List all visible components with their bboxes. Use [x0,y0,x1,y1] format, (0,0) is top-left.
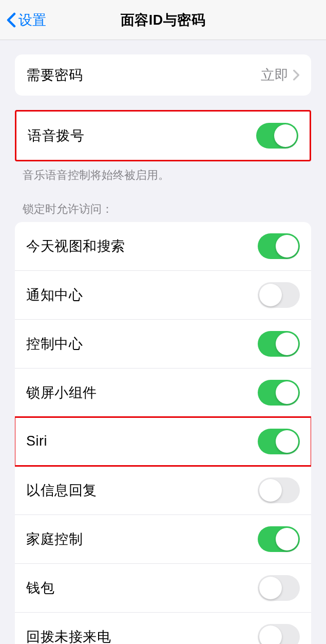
lock-access-header: 锁定时允许访问： [23,201,303,217]
lock-access-label: 锁屏小组件 [26,383,97,402]
lock-access-group: 今天视图和搜索通知中心控制中心锁屏小组件Siri以信息回复家庭控制钱包回拨未接来… [15,222,311,644]
lock-access-label: 今天视图和搜索 [26,237,125,255]
chevron-right-icon [293,69,300,81]
lock-access-row: 今天视图和搜索 [15,222,311,270]
lock-access-label: 以信息回复 [26,481,97,500]
require-passcode-group: 需要密码 立即 [15,54,311,96]
lock-access-label: 家庭控制 [26,530,83,548]
lock-access-label: 钱包 [26,579,54,597]
lock-access-toggle[interactable] [258,575,300,601]
lock-access-label: 控制中心 [26,335,83,353]
lock-access-row: 回拨未接来电 [15,612,311,644]
toggle-knob [259,284,282,306]
lock-access-toggle[interactable] [258,526,300,552]
toggle-knob [276,430,298,453]
lock-access-row: 家庭控制 [15,514,311,563]
voice-dial-row: 语音拨号 [16,112,310,160]
toggle-knob [276,528,298,550]
lock-access-toggle[interactable] [258,282,300,308]
lock-access-label: 通知中心 [26,286,83,304]
lock-access-row: 控制中心 [15,319,311,368]
lock-access-toggle[interactable] [258,624,300,644]
navigation-bar: 设置 面容ID与密码 [0,0,326,40]
lock-access-toggle[interactable] [258,233,300,259]
voice-dial-toggle[interactable] [256,123,298,149]
chevron-left-icon [6,12,16,28]
back-button[interactable]: 设置 [6,11,46,29]
require-passcode-row[interactable]: 需要密码 立即 [15,54,311,96]
lock-access-label: Siri [26,433,47,449]
require-passcode-label: 需要密码 [26,66,83,84]
lock-access-toggle[interactable] [258,331,300,357]
lock-access-label: 回拨未接来电 [26,628,111,644]
page-title: 面容ID与密码 [121,11,206,29]
toggle-knob [276,381,298,404]
lock-access-row: 钱包 [15,563,311,612]
voice-dial-label: 语音拨号 [28,126,84,145]
voice-dial-group: 语音拨号 [15,110,311,161]
lock-access-row: 锁屏小组件 [15,368,311,417]
lock-access-row: Siri [15,417,311,466]
lock-access-row: 通知中心 [15,270,311,319]
require-passcode-value: 立即 [261,66,289,84]
toggle-knob [276,235,298,257]
toggle-knob [276,333,298,355]
back-label: 设置 [18,11,46,29]
lock-access-row: 以信息回复 [15,466,311,514]
toggle-knob [259,479,282,502]
toggle-knob [259,577,282,599]
lock-access-toggle[interactable] [258,429,300,454]
voice-dial-footer: 音乐语音控制将始终被启用。 [23,168,303,183]
toggle-knob [274,124,297,147]
toggle-knob [259,625,282,644]
lock-access-toggle[interactable] [258,477,300,503]
lock-access-toggle[interactable] [258,380,300,406]
